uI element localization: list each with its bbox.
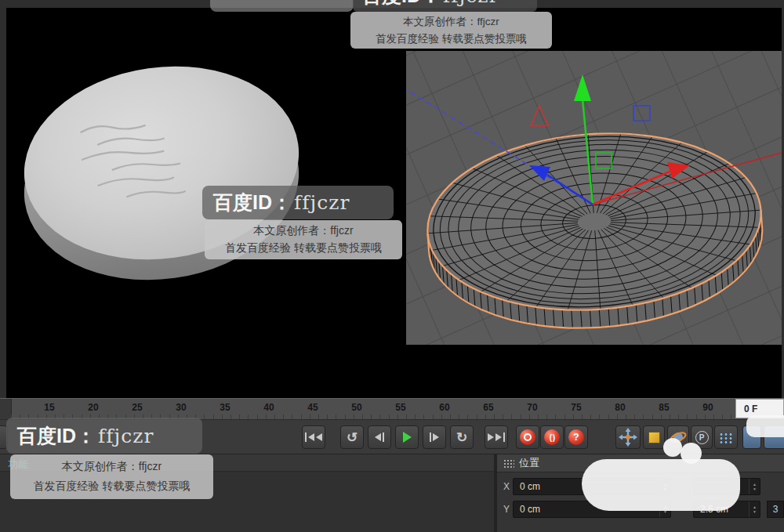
timeline-tick: 15: [44, 402, 54, 413]
scale-tool-icon: [648, 432, 660, 443]
wireframe-viewport[interactable]: [406, 51, 782, 345]
question-icon: ?: [568, 429, 584, 445]
left-triangle-icon: [308, 433, 314, 441]
play-forwards-button[interactable]: ↻: [450, 425, 474, 449]
bar-icon: [503, 432, 505, 442]
play-backwards-button[interactable]: ↺: [340, 425, 364, 449]
watermark-badge-top: 百度ID：ffjczr: [353, 0, 537, 12]
snap-grid-icon: [718, 432, 734, 443]
timeline-tick: 25: [132, 402, 142, 413]
left-triangle-icon: [316, 433, 322, 441]
loop-forward-icon: ↻: [456, 431, 467, 444]
watermark-blob: [582, 459, 740, 511]
y-label: Y: [500, 504, 513, 515]
watermark-id-user: ffjczr: [98, 425, 154, 447]
timeline-tick: 20: [88, 402, 98, 413]
timeline-tick: 75: [571, 402, 581, 413]
watermark-fragment: [210, 0, 354, 12]
x-position-value: 0 cm: [520, 481, 540, 492]
x-label: X: [500, 481, 513, 492]
keyframe-help-button[interactable]: ?: [564, 425, 588, 449]
watermark-blob-bump: [681, 443, 702, 464]
loop-back-icon: ↺: [347, 431, 358, 444]
previous-frame-button[interactable]: [368, 425, 391, 449]
goto-start-button[interactable]: [302, 425, 325, 449]
timeline-tick: 85: [659, 402, 669, 413]
watermark-footer-line: 首发百度经验 转载要点赞投票哦: [15, 480, 209, 494]
watermark-footer-line: 首发百度经验 转载要点赞投票哦: [209, 241, 397, 255]
watermark-id-user: ffjczr: [294, 191, 350, 214]
watermark-author-line: 本文原创作者：ffjczr: [209, 224, 397, 238]
watermark-blob-fragment: [746, 415, 784, 437]
right-triangle-icon: [433, 433, 439, 441]
watermark-badge-middle: 百度ID：ffjczr: [202, 186, 394, 219]
timeline-tick: 55: [395, 402, 405, 413]
grid-dots-icon: [503, 459, 514, 468]
watermark-lines-top: 本文原创作者：ffjczr 首发百度经验 转载要点赞投票哦: [350, 12, 552, 49]
left-triangle-icon: [375, 433, 381, 441]
watermark-lines-middle: 本文原创作者：ffjczr 首发百度经验 转载要点赞投票哦: [205, 220, 402, 259]
right-triangle-icon: [488, 433, 494, 441]
play-button[interactable]: [395, 425, 419, 449]
size-x-stepper[interactable]: ▲▼: [749, 479, 760, 494]
watermark-lines-bottom: 本文原创作者：ffjczr 首发百度经验 转载要点赞投票哦: [10, 454, 213, 499]
watermark-footer-line: 首发百度经验 转载要点赞投票哦: [355, 32, 547, 46]
scale-tool-button[interactable]: [643, 425, 665, 449]
timeline-tick: 60: [439, 402, 449, 413]
timeline-tick: 30: [176, 402, 186, 413]
next-frame-button[interactable]: [423, 425, 446, 449]
move-tool-icon: [619, 428, 637, 447]
coordinates-title: 位置: [519, 456, 539, 470]
partial-edge-value: 3: [773, 504, 779, 515]
timeline-tick: 50: [351, 402, 361, 413]
record-button[interactable]: [516, 425, 539, 449]
timeline-tick: 80: [615, 402, 625, 413]
current-frame-label: 0 F: [744, 404, 757, 414]
wireframe-canvas: [406, 51, 782, 345]
watermark-id-prefix: 百度ID：: [17, 423, 96, 449]
bar-icon: [430, 432, 431, 442]
watermark-author-line: 本文原创作者：ffjczr: [355, 15, 547, 29]
play-icon: [403, 432, 412, 443]
size-y-stepper[interactable]: ▲▼: [749, 501, 760, 517]
timeline-tick: 35: [220, 402, 230, 413]
p-tool-icon: P: [695, 431, 709, 444]
watermark-id-prefix: 百度ID：: [213, 190, 292, 215]
timeline-tick: 90: [702, 402, 713, 413]
timeline-tick: 45: [307, 402, 318, 413]
bar-icon: [383, 432, 384, 442]
partial-edge-input[interactable]: 3: [767, 501, 784, 518]
y-position-value: 0 cm: [520, 504, 540, 515]
watermark-id-user: ffjczr: [443, 0, 499, 7]
viewport-area[interactable]: [6, 8, 782, 398]
record-icon: [520, 429, 535, 445]
timeline-ruler[interactable]: 0 F 15202530354045505560657075808590: [0, 398, 784, 419]
right-triangle-icon: [495, 433, 502, 441]
timeline-tick: 65: [483, 402, 493, 413]
watermark-id-prefix: 百度ID：: [362, 0, 441, 6]
watermark-badge-bottom: 百度ID：ffjczr: [6, 418, 202, 454]
timeline-tick: 40: [263, 402, 274, 413]
snap-settings-button[interactable]: [714, 425, 738, 449]
goto-end-button[interactable]: [485, 425, 508, 449]
autokey-icon: ( ): [544, 429, 560, 445]
goto-start-icon: [305, 432, 307, 442]
timeline-tick: 70: [527, 402, 537, 413]
move-tool-button[interactable]: [615, 425, 641, 449]
watermark-author-line: 本文原创作者：ffjczr: [15, 460, 209, 474]
watermark-blob-bump: [663, 438, 682, 457]
timeline-left-marker[interactable]: [0, 399, 12, 419]
autokey-button[interactable]: ( ): [540, 425, 564, 449]
